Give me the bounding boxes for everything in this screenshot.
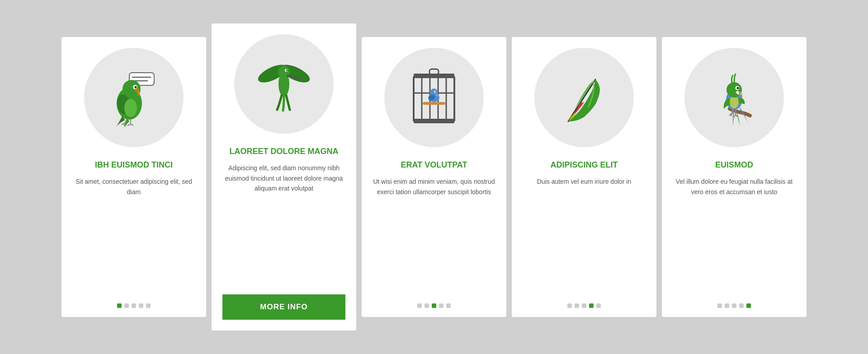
card-2-text: Adipiscing elit, sed diam nonummy nibh e…	[222, 163, 345, 193]
dot	[439, 303, 443, 308]
dot-active	[746, 303, 751, 308]
svg-point-22	[286, 70, 288, 71]
card-1-title: IBH EUISMOD TINCI	[95, 160, 173, 170]
card-4: ADIPISCING ELIT Duis autem vel eum iriur…	[512, 37, 656, 317]
card-1-text: Sit amet, consectetuer adipiscing elit, …	[72, 177, 195, 197]
dot-active	[432, 303, 436, 308]
card-4-dots	[567, 303, 601, 308]
dot	[596, 303, 601, 308]
more-info-button[interactable]: MORE INFO	[222, 294, 345, 320]
card-5-text: Vel illum dolore eu feugiat nulla facili…	[673, 177, 796, 197]
svg-rect-30	[423, 102, 445, 105]
icon-circle-2	[234, 34, 334, 134]
dot	[446, 303, 451, 308]
dot	[717, 303, 722, 308]
dot	[575, 303, 579, 308]
svg-line-16	[131, 124, 133, 126]
dot	[124, 303, 129, 308]
dot	[739, 303, 744, 308]
dot	[417, 303, 422, 308]
card-5: EUISMOD Vel illum dolore eu feugiat null…	[662, 37, 807, 317]
svg-point-34	[435, 91, 436, 92]
card-1: IBH EUISMOD TINCI Sit amet, consectetuer…	[61, 37, 206, 317]
svg-rect-36	[414, 119, 454, 123]
bird-cage-icon	[405, 68, 463, 127]
dot-active	[589, 303, 594, 308]
dot	[732, 303, 736, 308]
hummingbird-icon	[255, 55, 313, 113]
card-5-title: EUISMOD	[715, 160, 753, 170]
parrot-talking-icon	[104, 68, 163, 127]
card-2-title: LAOREET DOLORE MAGNA	[230, 146, 339, 157]
svg-point-10	[135, 88, 139, 92]
svg-line-13	[124, 123, 125, 126]
card-2: LAOREET DOLORE MAGNA Adipiscing elit, se…	[212, 23, 356, 331]
svg-line-15	[127, 124, 131, 126]
card-3: ERAT VOLUTPAT Ut wisi enim ad minim veni…	[362, 37, 506, 317]
card-4-title: ADIPISCING ELIT	[550, 160, 618, 170]
icon-circle-4	[534, 48, 634, 147]
dot	[425, 303, 429, 308]
card-3-title: ERAT VOLUTPAT	[401, 160, 467, 170]
card-5-dots	[717, 303, 751, 308]
icon-circle-3	[384, 48, 484, 147]
dot	[567, 303, 572, 308]
card-4-text: Duis autem vel eum iriure dolor in	[537, 177, 632, 186]
dot	[146, 303, 151, 308]
svg-point-6	[124, 99, 137, 117]
icon-circle-5	[684, 48, 784, 147]
cards-container: IBH EUISMOD TINCI Sit amet, consectetuer…	[34, 5, 834, 349]
card-1-dots	[117, 303, 151, 308]
card-3-dots	[417, 303, 451, 308]
svg-point-43	[737, 87, 739, 89]
icon-circle-1	[84, 48, 184, 147]
svg-point-40	[730, 96, 739, 108]
dot	[725, 303, 729, 308]
dot-active	[117, 303, 122, 308]
card-3-text: Ut wisi enim ad minim veniam, quis nostr…	[373, 177, 495, 197]
dot	[139, 303, 143, 308]
feather-icon	[555, 68, 613, 127]
dot	[132, 303, 136, 308]
macaw-icon	[705, 68, 764, 127]
dot	[582, 303, 586, 308]
